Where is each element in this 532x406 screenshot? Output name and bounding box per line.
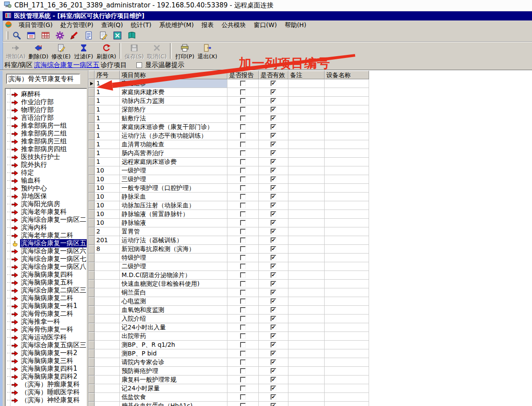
report-checkbox[interactable] [240, 325, 246, 330]
valid-checkbox[interactable]: ✔ [271, 255, 276, 261]
table-row[interactable]: 2置胃管✔ [88, 227, 532, 236]
valid-checkbox[interactable]: ✔ [271, 342, 276, 348]
add-button[interactable]: 增加(A) [4, 42, 27, 60]
row-selector-cell[interactable] [88, 297, 95, 306]
report-checkbox[interactable] [240, 246, 246, 252]
valid-checkbox[interactable]: ✔ [271, 220, 276, 226]
tree-item[interactable]: 预约中心 [6, 184, 87, 192]
tree-item[interactable]: 滨海脑病康复一科1 [6, 302, 87, 310]
menu-item[interactable]: 帮助(H) [281, 21, 310, 30]
valid-checkbox[interactable]: ✔ [271, 403, 276, 406]
row-selector-cell[interactable] [88, 166, 95, 175]
menu-item[interactable]: 查询(Q) [97, 21, 127, 30]
table-row[interactable]: 二级护理✔ [88, 262, 532, 271]
menu-item[interactable]: 处方管理(P) [57, 21, 97, 30]
tree-item[interactable]: 滨海脑病康复一科2 [6, 349, 87, 357]
menu-item[interactable]: 统计(T) [127, 21, 155, 30]
table-row[interactable]: 1家庭病床巡诊费（康复干部门诊）✔ [88, 123, 532, 132]
report-checkbox[interactable] [240, 81, 246, 86]
report-checkbox[interactable] [240, 176, 246, 182]
table-row[interactable]: 预防褥疮护理✔ [88, 367, 532, 376]
tree-item[interactable]: 言语治疗部 [6, 114, 87, 122]
valid-checkbox[interactable]: ✔ [271, 246, 276, 252]
column-header-seq[interactable]: 序号 [95, 71, 120, 79]
menu-item[interactable]: 报表 [198, 21, 218, 30]
tree-item[interactable]: 滨海脑病康复四科2 [6, 372, 87, 380]
table-row[interactable]: 10静脉采血✔ [88, 193, 532, 201]
table-row[interactable]: 201运动疗法（器械训练）✔ [88, 236, 532, 245]
tree-item[interactable]: 滨海骨伤康复二科 [6, 310, 87, 318]
valid-checkbox[interactable]: ✔ [271, 377, 276, 382]
table-row[interactable]: 8新冠病毒抗原检测（滨海）✔ [88, 245, 532, 254]
report-checkbox[interactable] [240, 237, 246, 243]
ward-link[interactable]: 滨海综合康复一病区五 [34, 61, 99, 69]
row-selector-cell[interactable] [88, 158, 95, 166]
tree-item[interactable]: 推拿部病房一组 [6, 122, 87, 129]
valid-checkbox[interactable]: ✔ [271, 229, 276, 234]
report-checkbox[interactable] [240, 124, 246, 130]
row-selector-cell[interactable] [88, 123, 95, 132]
table-row[interactable]: 测BP、P、R q1/2h✔ [88, 341, 532, 349]
report-checkbox[interactable] [240, 316, 246, 321]
valid-checkbox[interactable]: ✔ [271, 298, 276, 304]
edit-doc-icon[interactable] [98, 31, 108, 40]
tree-item[interactable]: 滨海综合康复一病区二 [6, 216, 87, 223]
table-row[interactable]: 1动脉内压力监测✔ [88, 97, 532, 105]
report-checkbox[interactable] [240, 115, 246, 121]
table-row[interactable]: 糖基化血红蛋白（HbA1c)✔ [88, 402, 532, 406]
valid-checkbox[interactable]: ✔ [271, 368, 276, 374]
calendar-icon[interactable] [27, 31, 36, 40]
table-row[interactable]: 记24小时尿量✔ [88, 384, 532, 393]
table-row[interactable]: 1家庭巡诊✔ [88, 79, 532, 88]
table-row[interactable]: 10一级护理✔ [88, 166, 532, 175]
table-row[interactable]: 康复科一般护理常规✔ [88, 376, 532, 384]
valid-checkbox[interactable]: ✔ [271, 115, 276, 121]
column-header-device[interactable]: 设备名称 [325, 71, 369, 79]
tree-item[interactable]: 医技执行护士 [6, 153, 87, 161]
rdp-title-bar[interactable]: CBH_171_16_36_201_3389_administrator - 1… [0, 0, 532, 11]
table-row[interactable]: 1运动疗法（步态平衡功能训练）✔ [88, 132, 532, 140]
menu-item[interactable]: 公共模块 [218, 21, 250, 30]
report-checkbox[interactable] [240, 368, 246, 374]
print-button[interactable]: 打印(P) [173, 42, 196, 60]
row-selector-cell[interactable] [88, 358, 95, 367]
tree-item[interactable]: 滨海综合康复一病区六 [6, 247, 87, 255]
row-selector-cell[interactable] [88, 210, 95, 219]
tree-item[interactable]: 院外执行 [6, 161, 87, 169]
tree-item[interactable]: 滨海内科 [6, 223, 87, 231]
row-selector-cell[interactable] [88, 376, 95, 384]
table-row[interactable]: M.D.C(阴道分泌物涂片）✔ [88, 271, 532, 280]
valid-checkbox[interactable]: ✔ [271, 98, 276, 104]
row-selector-cell[interactable] [88, 88, 95, 97]
tree-item[interactable]: （滨海）肿瘤康复科 [6, 380, 87, 388]
valid-checkbox[interactable]: ✔ [271, 159, 276, 165]
tree-item[interactable]: 物理治疗部 [6, 106, 87, 114]
table-row[interactable]: 10静脉输液（留置静脉针）✔ [88, 210, 532, 219]
filter-button[interactable]: 过滤(F) [72, 42, 95, 60]
report-checkbox[interactable] [240, 159, 246, 165]
valid-checkbox[interactable]: ✔ [271, 333, 276, 339]
report-checkbox[interactable] [240, 290, 246, 295]
valid-checkbox[interactable]: ✔ [271, 203, 276, 208]
valid-checkbox[interactable]: ✔ [271, 168, 276, 173]
department-search-input[interactable] [6, 74, 80, 84]
tree-item[interactable]: 滨海老年康复二科 [6, 231, 87, 239]
row-selector-cell[interactable] [88, 184, 95, 193]
table-row[interactable]: 1血清胃功能检查✔ [88, 140, 532, 149]
table-row[interactable]: 血氧饱和度监测✔ [88, 306, 532, 315]
row-selector-cell[interactable] [88, 349, 95, 358]
tree-item[interactable]: 麻醉科 [6, 90, 87, 98]
report-icon[interactable] [84, 31, 93, 40]
report-checkbox[interactable] [240, 203, 246, 208]
table-row[interactable]: 出院带药✔ [88, 332, 532, 341]
table-row[interactable]: 特级护理✔ [88, 254, 532, 262]
tree-item[interactable]: 滨海脑病康复二科 [6, 294, 87, 302]
table-row[interactable]: 记24小时出入量✔ [88, 323, 532, 332]
row-selector-cell[interactable] [88, 79, 95, 88]
tree-item[interactable]: 异地医保 [6, 192, 87, 200]
modify-button[interactable]: 修改(E) [50, 42, 72, 60]
row-selector-cell[interactable] [88, 227, 95, 236]
tree-item[interactable]: 滨海骨伤康复一科 [6, 325, 87, 333]
row-selector-cell[interactable] [88, 402, 95, 406]
row-selector-cell[interactable] [88, 132, 95, 140]
